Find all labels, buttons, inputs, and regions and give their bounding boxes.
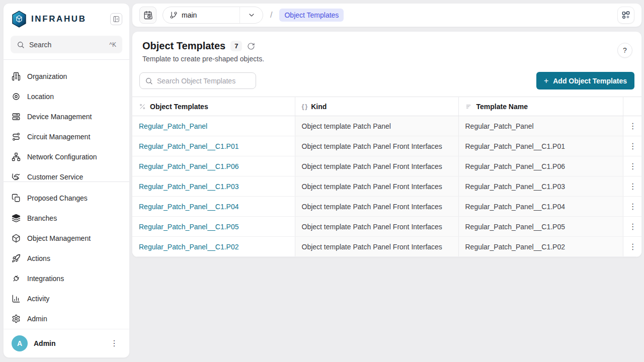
page-subtitle: Template to create pre-shaped objects. xyxy=(142,55,632,63)
menu-label: Integrations xyxy=(27,275,64,283)
sidebar-item-circuit-management[interactable]: Circuit Management xyxy=(4,127,129,147)
sidebar-item-actions[interactable]: Actions xyxy=(4,248,129,268)
schema-graph-icon xyxy=(621,11,630,20)
column-header-kind[interactable]: { } Kind xyxy=(295,97,458,116)
sidebar-item-device-management[interactable]: Device Management xyxy=(4,107,129,127)
sidebar-item-organization[interactable]: Organization xyxy=(4,66,129,86)
table-row[interactable]: Regular_Patch_Panel Object template Patc… xyxy=(132,116,642,136)
building-icon xyxy=(12,72,21,81)
collapse-sidebar-button[interactable] xyxy=(110,13,122,25)
panel-collapse-icon xyxy=(113,16,120,23)
branch-selector-value: main xyxy=(163,7,239,23)
server-icon xyxy=(12,112,21,121)
row-menu-button[interactable]: ⋮ xyxy=(626,221,640,232)
sidebar-item-admin[interactable]: Admin xyxy=(4,309,129,329)
row-menu-button[interactable]: ⋮ xyxy=(626,241,640,252)
location-icon xyxy=(12,92,21,101)
branch-name: main xyxy=(182,11,197,19)
column-label: Kind xyxy=(311,103,327,111)
add-object-templates-button[interactable]: + Add Object Templates xyxy=(536,72,634,89)
template-name-cell: Regular_Patch_Panel__C1.P03 xyxy=(458,176,623,197)
handshake-icon xyxy=(12,172,21,182)
breadcrumb-object-templates[interactable]: Object Templates xyxy=(279,9,344,22)
table-row[interactable]: Regular_Patch_Panel__C1.P02 Object templ… xyxy=(132,237,642,257)
plus-icon: + xyxy=(544,76,548,85)
add-button-label: Add Object Templates xyxy=(553,77,627,85)
table-row[interactable]: Regular_Patch_Panel__C1.P04 Object templ… xyxy=(132,197,642,217)
menu-label: Admin xyxy=(27,315,47,323)
table-row[interactable]: Regular_Patch_Panel__C1.P05 Object templ… xyxy=(132,217,642,237)
sidebar-item-customer-service[interactable]: Customer Service xyxy=(4,167,129,182)
search-icon xyxy=(145,77,153,85)
object-link[interactable]: Regular_Patch_Panel__C1.P01 xyxy=(139,142,238,150)
logo[interactable]: INFRAHUB xyxy=(12,11,110,28)
object-link[interactable]: Regular_Patch_Panel__C1.P03 xyxy=(139,183,238,191)
menu-label: Actions xyxy=(27,254,50,262)
app-title: INFRAHUB xyxy=(31,14,87,24)
sidebar-item-integrations[interactable]: Integrations xyxy=(4,268,129,289)
git-branch-icon xyxy=(170,11,178,19)
chevron-down-icon xyxy=(248,11,256,19)
object-link[interactable]: Regular_Patch_Panel__C1.P02 xyxy=(139,243,238,251)
schema-visualizer-button[interactable] xyxy=(617,7,634,24)
menu-label: Customer Service xyxy=(27,173,83,181)
kind-cell: Object template Patch Panel xyxy=(295,116,458,136)
column-header-template-name[interactable]: Template Name xyxy=(458,97,623,116)
diff-icon xyxy=(12,194,21,203)
top-bar: main / Object Templates xyxy=(132,3,642,27)
search-shortcut: ^K xyxy=(109,41,116,48)
layers-icon xyxy=(12,214,21,223)
table-row[interactable]: Regular_Patch_Panel__C1.P06 Object templ… xyxy=(132,156,642,176)
gear-icon xyxy=(12,314,21,323)
network-icon xyxy=(12,152,21,161)
table-row[interactable]: Regular_Patch_Panel__C1.P03 Object templ… xyxy=(132,176,642,197)
sidebar-item-proposed-changes[interactable]: Proposed Changes xyxy=(4,188,129,208)
menu-label: Object Management xyxy=(27,234,91,242)
main-panel: Object Templates 7 Template to create pr… xyxy=(132,31,642,257)
table-row[interactable]: Regular_Patch_Panel__C1.P01 Object templ… xyxy=(132,136,642,156)
help-button[interactable]: ? xyxy=(617,43,632,58)
kind-cell: Object template Patch Panel Front Interf… xyxy=(295,217,458,237)
route-icon xyxy=(12,132,21,141)
page-title: Object Templates xyxy=(142,40,225,52)
sidebar: INFRAHUB Search ^K Organization Location… xyxy=(3,3,130,358)
row-menu-button[interactable]: ⋮ xyxy=(626,161,640,171)
branch-selector[interactable]: main xyxy=(163,7,263,24)
template-name-cell: Regular_Patch_Panel__C1.P01 xyxy=(458,136,623,156)
column-label: Object Templates xyxy=(150,103,208,111)
refresh-button[interactable] xyxy=(247,42,255,50)
sidebar-item-activity[interactable]: Activity xyxy=(4,289,129,309)
sidebar-item-location[interactable]: Location xyxy=(4,86,129,107)
sidebar-search[interactable]: Search ^K xyxy=(11,36,122,53)
column-header-object-templates[interactable]: Object Templates xyxy=(132,97,295,116)
kind-cell: Object template Patch Panel Front Interf… xyxy=(295,136,458,156)
object-link[interactable]: Regular_Patch_Panel__C1.P04 xyxy=(139,203,238,211)
text-lines-icon xyxy=(465,103,472,110)
row-menu-button[interactable]: ⋮ xyxy=(626,141,640,151)
sidebar-item-object-management[interactable]: Object Management xyxy=(4,228,129,248)
menu-label: Location xyxy=(27,93,54,101)
search-placeholder: Search xyxy=(29,41,105,49)
object-link[interactable]: Regular_Patch_Panel xyxy=(139,122,207,130)
object-search-field[interactable] xyxy=(139,72,256,89)
column-label: Template Name xyxy=(476,103,528,111)
user-name: Admin xyxy=(34,339,101,347)
object-link[interactable]: Regular_Patch_Panel__C1.P05 xyxy=(139,223,238,231)
menu-label: Organization xyxy=(27,72,67,80)
calendar-clock-icon xyxy=(143,11,152,20)
row-menu-button[interactable]: ⋮ xyxy=(626,201,640,212)
sidebar-header: INFRAHUB xyxy=(4,4,129,33)
object-link[interactable]: Regular_Patch_Panel__C1.P06 xyxy=(139,162,238,170)
branch-selector-caret[interactable] xyxy=(239,7,263,23)
row-menu-button[interactable]: ⋮ xyxy=(626,181,640,192)
menu-label: Proposed Changes xyxy=(27,194,88,202)
menu-label: Device Management xyxy=(27,113,92,121)
menu-label: Branches xyxy=(27,214,57,222)
sidebar-item-branches[interactable]: Branches xyxy=(4,208,129,228)
time-travel-button[interactable] xyxy=(139,7,156,24)
sidebar-item-network-configuration[interactable]: Network Configuration xyxy=(4,147,129,167)
user-menu-button[interactable]: ⋮ xyxy=(107,338,121,348)
search-icon xyxy=(17,41,25,49)
object-search-input[interactable] xyxy=(157,77,251,85)
row-menu-button[interactable]: ⋮ xyxy=(626,121,640,131)
